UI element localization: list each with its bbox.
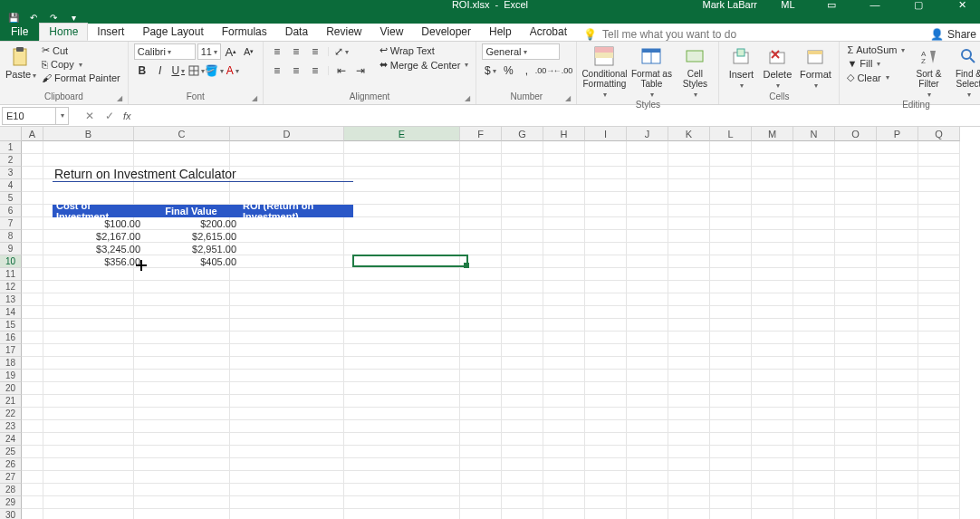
fill-color-button[interactable]: 🪣 bbox=[207, 62, 223, 79]
cell[interactable] bbox=[543, 332, 585, 344]
cell[interactable] bbox=[460, 509, 502, 519]
cell[interactable] bbox=[585, 344, 627, 357]
cell[interactable] bbox=[543, 370, 585, 382]
cell[interactable] bbox=[918, 446, 960, 458]
cell[interactable] bbox=[627, 370, 668, 382]
cell[interactable] bbox=[835, 141, 877, 154]
cell[interactable] bbox=[918, 319, 960, 332]
cell[interactable] bbox=[585, 509, 627, 519]
cell[interactable] bbox=[710, 332, 752, 344]
cell[interactable] bbox=[22, 217, 43, 230]
autosum-button[interactable]: ΣAutoSum bbox=[845, 43, 907, 56]
cell[interactable] bbox=[502, 484, 543, 496]
row-header[interactable]: 15 bbox=[0, 319, 22, 332]
cell[interactable] bbox=[585, 408, 627, 420]
cell[interactable] bbox=[710, 205, 752, 217]
cell[interactable] bbox=[344, 332, 460, 344]
cell[interactable] bbox=[502, 496, 543, 509]
cell[interactable] bbox=[502, 471, 543, 484]
cell[interactable] bbox=[585, 357, 627, 370]
cell[interactable] bbox=[22, 344, 43, 357]
tab-data[interactable]: Data bbox=[276, 23, 317, 41]
cell[interactable] bbox=[918, 154, 960, 167]
select-all-corner[interactable] bbox=[0, 127, 22, 141]
cell[interactable] bbox=[752, 458, 793, 471]
cell[interactable] bbox=[344, 281, 460, 293]
cell[interactable] bbox=[835, 154, 877, 167]
cell[interactable] bbox=[918, 357, 960, 370]
cell[interactable] bbox=[43, 268, 134, 281]
cell[interactable] bbox=[134, 458, 230, 471]
cell[interactable] bbox=[22, 433, 43, 446]
row-header[interactable]: 23 bbox=[0, 420, 22, 433]
cell[interactable] bbox=[710, 471, 752, 484]
cell[interactable] bbox=[230, 281, 344, 293]
row-header[interactable]: 24 bbox=[0, 433, 22, 446]
cell[interactable] bbox=[543, 230, 585, 243]
row-header[interactable]: 16 bbox=[0, 332, 22, 344]
column-header[interactable]: P bbox=[877, 127, 918, 141]
cell[interactable] bbox=[230, 395, 344, 408]
cell[interactable] bbox=[543, 141, 585, 154]
cell[interactable] bbox=[460, 167, 502, 179]
cell[interactable] bbox=[752, 230, 793, 243]
cell[interactable] bbox=[230, 154, 344, 167]
cell[interactable] bbox=[668, 420, 710, 433]
cell[interactable] bbox=[585, 293, 627, 306]
cell[interactable] bbox=[752, 281, 793, 293]
cell[interactable] bbox=[502, 382, 543, 395]
cell[interactable] bbox=[877, 446, 918, 458]
cell[interactable] bbox=[460, 471, 502, 484]
name-box[interactable]: E10 bbox=[2, 107, 56, 125]
cell[interactable] bbox=[502, 357, 543, 370]
cell[interactable] bbox=[344, 420, 460, 433]
cell[interactable] bbox=[344, 217, 460, 230]
row-header[interactable]: 6 bbox=[0, 205, 22, 217]
cell[interactable] bbox=[668, 433, 710, 446]
cell[interactable] bbox=[344, 179, 460, 192]
cell[interactable] bbox=[344, 496, 460, 509]
column-header[interactable]: O bbox=[835, 127, 877, 141]
cell[interactable] bbox=[344, 268, 460, 281]
cell[interactable] bbox=[793, 243, 835, 255]
cell[interactable] bbox=[134, 471, 230, 484]
cell[interactable] bbox=[230, 255, 344, 268]
cell[interactable] bbox=[543, 293, 585, 306]
cell[interactable] bbox=[22, 179, 43, 192]
cell[interactable] bbox=[877, 319, 918, 332]
cell[interactable] bbox=[627, 179, 668, 192]
cell[interactable] bbox=[502, 243, 543, 255]
cell[interactable] bbox=[585, 332, 627, 344]
cell[interactable] bbox=[344, 205, 460, 217]
cell[interactable] bbox=[460, 217, 502, 230]
cell[interactable] bbox=[585, 484, 627, 496]
tab-formulas[interactable]: Formulas bbox=[213, 23, 276, 41]
cell[interactable] bbox=[543, 205, 585, 217]
cell[interactable] bbox=[502, 509, 543, 519]
cell[interactable] bbox=[502, 154, 543, 167]
cell[interactable] bbox=[668, 471, 710, 484]
cell[interactable] bbox=[877, 268, 918, 281]
cell[interactable] bbox=[543, 408, 585, 420]
cell[interactable] bbox=[344, 167, 460, 179]
cell[interactable] bbox=[460, 281, 502, 293]
cell[interactable] bbox=[835, 420, 877, 433]
cell[interactable] bbox=[710, 293, 752, 306]
row-header[interactable]: 12 bbox=[0, 281, 22, 293]
cell[interactable] bbox=[835, 484, 877, 496]
cell[interactable] bbox=[627, 484, 668, 496]
cell[interactable] bbox=[585, 281, 627, 293]
cell[interactable] bbox=[710, 154, 752, 167]
cell[interactable] bbox=[918, 255, 960, 268]
conditional-formatting-button[interactable]: Conditional Formatting bbox=[582, 43, 626, 99]
cell[interactable] bbox=[460, 179, 502, 192]
cell[interactable] bbox=[230, 243, 344, 255]
cell[interactable] bbox=[134, 382, 230, 395]
cell[interactable] bbox=[918, 484, 960, 496]
cell[interactable] bbox=[627, 141, 668, 154]
row-header[interactable]: 3 bbox=[0, 167, 22, 179]
cell[interactable] bbox=[543, 192, 585, 205]
cell[interactable] bbox=[668, 458, 710, 471]
cell[interactable] bbox=[134, 141, 230, 154]
cell[interactable] bbox=[752, 446, 793, 458]
